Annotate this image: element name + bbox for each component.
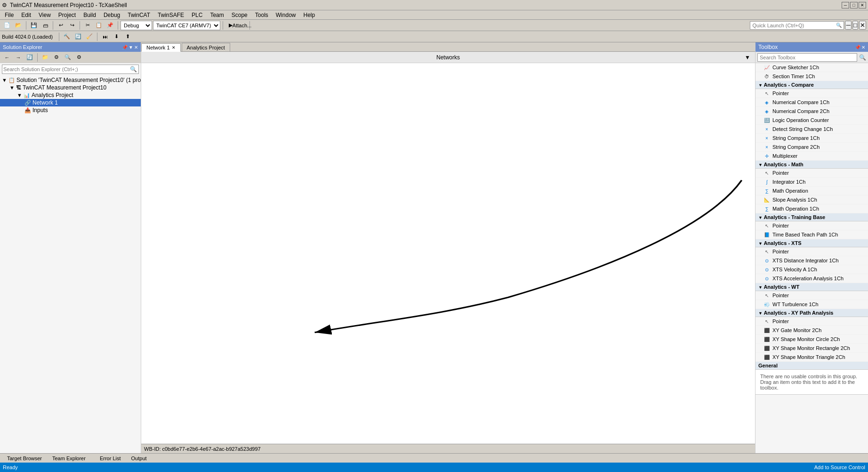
toolbox-item-num-compare-1ch[interactable]: ◈ Numerical Compare 1Ch (755, 98, 868, 107)
toolbox-pin-button[interactable]: 📌 (855, 45, 860, 50)
open-button[interactable]: 📂 (13, 21, 24, 30)
attach-button[interactable]: Attach... (237, 21, 247, 30)
toolbox-item-string-compare-1ch[interactable]: × String Compare 1Ch (755, 134, 868, 143)
toolbar-minimize[interactable]: ─ (845, 21, 851, 30)
tree-item-solution[interactable]: ▼ 📋 Solution 'TwinCAT Measurement Projec… (0, 76, 141, 84)
se-collapse-button[interactable]: ▼ (129, 45, 133, 50)
menu-view[interactable]: View (35, 11, 55, 19)
maximize-button[interactable]: □ (850, 2, 858, 8)
category-analytics-xy[interactable]: Analytics - XY Path Analysis (755, 309, 868, 317)
toolbox-item-pointer-math[interactable]: ↖ Pointer (755, 169, 868, 178)
menu-twincat[interactable]: TwinCAT (124, 11, 154, 19)
toolbox-item-logic-op-counter[interactable]: 🔢 Logic Operation Counter (755, 116, 868, 125)
se-forward-button[interactable]: → (13, 53, 24, 62)
tab-team-explorer[interactable]: Team Explorer (48, 454, 90, 463)
toolbox-item-xy-shape-rect[interactable]: ⬛ XY Shape Monitor Rectangle 2Ch (755, 344, 868, 353)
category-general[interactable]: General (755, 362, 868, 370)
se-settings[interactable]: ⚙ (74, 53, 84, 62)
toolbox-item-num-compare-2ch[interactable]: ◈ Numerical Compare 2Ch (755, 107, 868, 116)
target-platform-dropdown[interactable]: TwinCAT CE7 (ARMV7) (153, 21, 220, 30)
step-over-button[interactable]: ⏭ (100, 32, 110, 41)
se-filter[interactable]: 🔍 (63, 53, 73, 62)
menu-team[interactable]: Team (206, 11, 227, 19)
se-show-all-files[interactable]: 📁 (40, 53, 50, 62)
step-out-button[interactable]: ⬆ (122, 32, 133, 41)
toolbox-item-math-operation[interactable]: ∑ Math Operation (755, 187, 868, 195)
tab-output[interactable]: Output (127, 454, 151, 463)
menu-edit[interactable]: Edit (17, 11, 35, 19)
toolbar-maximize[interactable]: □ (852, 21, 858, 30)
tab-error-list[interactable]: Error List (96, 454, 125, 463)
toolbox-item-detect-string-change[interactable]: × Detect String Change 1Ch (755, 125, 868, 134)
menu-tools[interactable]: Tools (251, 11, 272, 19)
rebuild-button[interactable]: 🔄 (73, 32, 83, 41)
copy-button[interactable]: 📋 (94, 21, 104, 30)
close-button[interactable]: ✕ (859, 2, 866, 8)
toolbox-search-input[interactable] (757, 53, 857, 62)
menu-debug[interactable]: Debug (100, 11, 124, 19)
networks-collapse-icon[interactable]: ▼ (745, 54, 750, 61)
toolbox-item-pointer-training[interactable]: ↖ Pointer (755, 221, 868, 230)
paste-button[interactable]: 📌 (105, 21, 115, 30)
category-analytics-xts[interactable]: Analytics - XTS (755, 239, 868, 247)
toolbox-item-time-based-teach[interactable]: 📘 Time Based Teach Path 1Ch (755, 230, 868, 239)
canvas-area[interactable] (141, 63, 755, 444)
category-analytics-wt[interactable]: Analytics - WT (755, 283, 868, 291)
toolbox-item-xts-velocity[interactable]: ⊙ XTS Velocity A 1Ch (755, 265, 868, 274)
toolbox-item-xy-gate[interactable]: ⬛ XY Gate Monitor 2Ch (755, 326, 868, 335)
toolbox-close-button[interactable]: ✕ (861, 45, 865, 50)
redo-button[interactable]: ↪ (67, 21, 77, 30)
menu-file[interactable]: File (1, 11, 17, 19)
menu-build[interactable]: Build (80, 11, 100, 19)
toolbox-item-integrator[interactable]: ∫ Integrator 1Ch (755, 178, 868, 187)
toolbox-item-section-timer[interactable]: ⏱ Section Timer 1Ch (755, 72, 868, 81)
tree-item-inputs[interactable]: 📥 Inputs (0, 106, 141, 114)
category-analytics-training[interactable]: Analytics - Training Base (755, 213, 868, 221)
build-button[interactable]: 🔨 (62, 32, 72, 41)
category-analytics-compare[interactable]: Analytics - Compare (755, 81, 868, 89)
toolbox-item-pointer-compare[interactable]: ↖ Pointer (755, 89, 868, 98)
tab-target-browser[interactable]: Target Browser (3, 454, 46, 463)
se-refresh-button[interactable]: 🔄 (24, 53, 35, 62)
tree-item-project[interactable]: ▼ 🏗 TwinCAT Measurement Project10 (0, 84, 141, 91)
tab-network1[interactable]: Network 1 ✕ (141, 43, 181, 52)
save-all-button[interactable]: 🗃 (40, 21, 50, 30)
toolbox-item-pointer-xts[interactable]: ↖ Pointer (755, 247, 868, 256)
cut-button[interactable]: ✂ (82, 21, 93, 30)
se-properties[interactable]: ⚙ (51, 53, 62, 62)
se-back-button[interactable]: ← (2, 53, 12, 62)
category-analytics-math[interactable]: Analytics - Math (755, 161, 868, 169)
tree-item-network1[interactable]: 🔗 Network 1 (0, 99, 141, 106)
se-pin-button[interactable]: 📌 (122, 45, 128, 50)
toolbox-item-pointer-wt[interactable]: ↖ Pointer (755, 291, 868, 300)
toolbox-item-pointer-xy[interactable]: ↖ Pointer (755, 317, 868, 326)
toolbox-item-xy-shape-circle[interactable]: ⬛ XY Shape Monitor Circle 2Ch (755, 335, 868, 344)
toolbox-item-string-compare-2ch[interactable]: × String Compare 2Ch (755, 143, 868, 152)
menu-plc[interactable]: PLC (188, 11, 206, 19)
menu-twinsafe[interactable]: TwinSAFE (154, 11, 188, 19)
tab-network1-close[interactable]: ✕ (172, 45, 176, 50)
menu-project[interactable]: Project (55, 11, 80, 19)
toolbox-item-curve-sketcher[interactable]: 📈 Curve Sketcher 1Ch (755, 63, 868, 72)
undo-button[interactable]: ↩ (56, 21, 66, 30)
toolbox-item-wt-turbulence[interactable]: 💨 WT Turbulence 1Ch (755, 300, 868, 309)
menu-help[interactable]: Help (299, 11, 319, 19)
toolbox-item-xts-distance[interactable]: ⊙ XTS Distance Integrator 1Ch (755, 256, 868, 265)
clean-button[interactable]: 🧹 (84, 32, 95, 41)
toolbox-item-xts-acceleration[interactable]: ⊙ XTS Acceleration Analysis 1Ch (755, 274, 868, 283)
toolbox-item-multiplexer[interactable]: ✛ Multiplexer (755, 152, 868, 161)
se-close-button[interactable]: ✕ (134, 45, 138, 50)
save-button[interactable]: 💾 (29, 21, 39, 30)
toolbox-item-math-operation-1ch[interactable]: ∑ Math Operation 1Ch (755, 204, 868, 213)
quick-launch-input[interactable] (752, 23, 836, 28)
toolbox-item-xy-shape-triangle[interactable]: ⬛ XY Shape Monitor Triangle 2Ch (755, 353, 868, 362)
se-search-input[interactable] (3, 66, 130, 72)
debug-mode-dropdown[interactable]: Debug Release (121, 21, 152, 30)
step-into-button[interactable]: ⬇ (111, 32, 121, 41)
new-project-button[interactable]: 📄 (2, 21, 12, 30)
minimize-button[interactable]: ─ (842, 2, 849, 8)
toolbox-item-slope-analysis[interactable]: 📐 Slope Analysis 1Ch (755, 195, 868, 204)
menu-scope[interactable]: Scope (228, 11, 251, 19)
tree-item-analytics-project[interactable]: ▼ 📊 Analytics Project (0, 91, 141, 99)
toolbar-close[interactable]: ✕ (859, 21, 866, 30)
